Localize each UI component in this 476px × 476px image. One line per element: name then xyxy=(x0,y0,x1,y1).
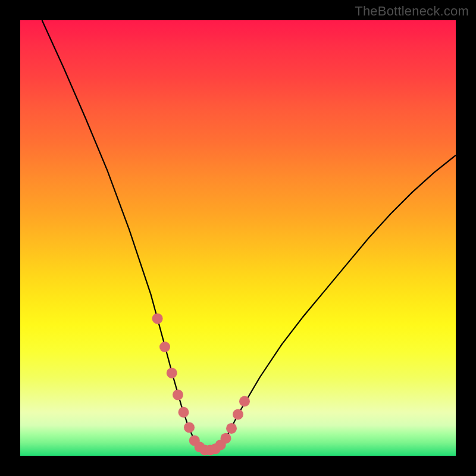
watermark-text: TheBottleneck.com xyxy=(355,4,469,19)
curve-marker xyxy=(233,409,243,419)
curve-marker xyxy=(167,368,177,378)
curve-marker xyxy=(239,396,250,407)
curve-marker xyxy=(226,423,237,434)
curve-markers xyxy=(152,313,250,455)
curve-marker xyxy=(152,313,163,324)
curve-marker xyxy=(178,407,189,418)
bottleneck-curve xyxy=(42,20,456,450)
curve-marker xyxy=(173,390,183,400)
bottleneck-curve-svg xyxy=(20,20,456,456)
curve-marker xyxy=(221,433,231,444)
curve-marker xyxy=(159,342,170,352)
curve-marker xyxy=(184,422,195,433)
plot-area xyxy=(20,20,456,456)
chart-frame: TheBottleneck.com xyxy=(0,0,476,476)
